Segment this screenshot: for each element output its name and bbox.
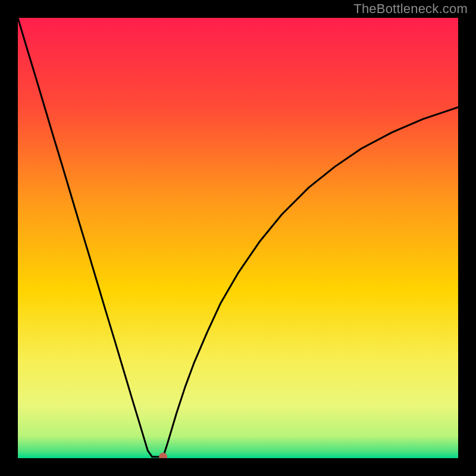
watermark-label: TheBottleneck.com [353,1,468,17]
bottleneck-chart [18,18,458,458]
chart-frame: TheBottleneck.com [0,0,476,476]
